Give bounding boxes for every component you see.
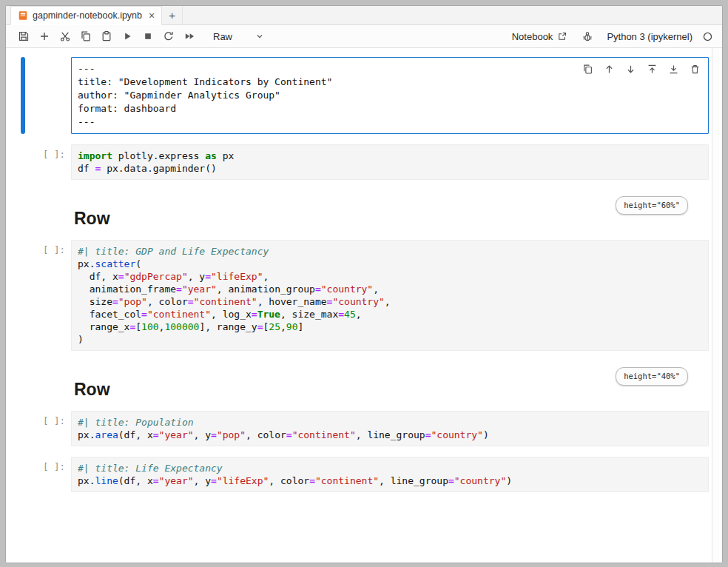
insert-cell-above-button[interactable] <box>646 63 658 75</box>
duplicate-cell-icon <box>582 64 593 75</box>
window-frame: gapminder-notebook.ipynb × + <box>0 0 728 567</box>
paste-cells-button[interactable] <box>96 27 116 45</box>
scrollbar[interactable] <box>712 48 722 563</box>
toolbar-right-group: Notebook Python 3 (ipykernel) <box>512 27 713 45</box>
save-icon <box>18 30 30 42</box>
code-input[interactable]: #| title: Populationpx.area(df, x="year"… <box>78 416 702 441</box>
cell-type-value: Raw <box>213 31 232 42</box>
restart-icon <box>163 30 175 42</box>
kernel-status-icon <box>702 31 713 42</box>
tab-gapminder-notebook[interactable]: gapminder-notebook.ipynb × <box>10 6 162 25</box>
delete-cell-button[interactable] <box>689 63 701 75</box>
code-cell-population: [ ]: #| title: Populationpx.area(df, x="… <box>21 411 709 446</box>
notebook-toolbar: Raw Notebook Python 3 (ipykernel <box>6 25 722 48</box>
move-cell-down-button[interactable] <box>624 63 636 75</box>
play-icon <box>121 30 133 42</box>
interrupt-kernel-button[interactable] <box>138 27 158 45</box>
fast-forward-icon <box>183 30 195 42</box>
arrow-up-icon <box>604 64 615 75</box>
code-cell-editor[interactable]: import plotly.express as pxdf = px.data.… <box>71 144 709 180</box>
bug-icon <box>582 30 593 42</box>
code-input[interactable]: #| title: Life Expectancypx.line(df, x="… <box>78 462 702 487</box>
notebook-file-icon <box>18 10 28 21</box>
height-attribute-badge: height="40%" <box>616 367 688 386</box>
raw-cell-editor[interactable]: ---title: "Development Indicators by Con… <box>71 57 709 134</box>
paste-icon <box>101 30 112 42</box>
debugger-button[interactable] <box>577 27 597 45</box>
height-attribute-badge: height="60%" <box>616 196 688 215</box>
markdown-rendered[interactable]: height="40%" Row <box>71 363 709 396</box>
markdown-cell-row-2: height="40%" Row <box>21 363 709 396</box>
code-cell-life-expectancy: [ ]: #| title: Life Expectancypx.line(df… <box>21 457 709 492</box>
new-tab-button[interactable]: + <box>162 6 183 24</box>
code-cell-editor[interactable]: #| title: Life Expectancypx.line(df, x="… <box>71 457 709 492</box>
insert-below-icon <box>668 64 679 75</box>
row-heading: Row <box>74 212 709 225</box>
run-cell-button[interactable] <box>117 27 137 45</box>
code-cell-editor[interactable]: #| title: Populationpx.area(df, x="year"… <box>71 411 709 446</box>
restart-run-all-button[interactable] <box>179 27 199 45</box>
raw-cell-frontmatter: ---title: "Development Indicators by Con… <box>21 57 709 134</box>
notebook-label: Notebook <box>512 31 553 42</box>
row-heading: Row <box>74 383 709 396</box>
notebook-panel-button[interactable]: Notebook <box>512 31 568 42</box>
notebook-panel: ---title: "Development Indicators by Con… <box>6 48 722 563</box>
insert-above-icon <box>647 64 658 75</box>
insert-cell-button[interactable] <box>34 27 54 45</box>
cell-toolbar <box>582 63 701 75</box>
code-cell-editor[interactable]: #| title: GDP and Life Expectancypx.scat… <box>71 240 709 351</box>
restart-kernel-button[interactable] <box>158 27 178 45</box>
tab-close-icon[interactable]: × <box>149 10 155 21</box>
markdown-rendered[interactable]: height="60%" Row <box>71 192 709 225</box>
cell-prompt: [ ]: <box>25 144 71 180</box>
markdown-cell-row-1: height="60%" Row <box>21 192 709 225</box>
copy-cells-button[interactable] <box>75 27 95 45</box>
move-cell-up-button[interactable] <box>603 63 615 75</box>
chevron-down-icon <box>255 31 265 41</box>
cell-prompt <box>25 363 71 396</box>
code-input[interactable]: import plotly.express as pxdf = px.data.… <box>78 150 702 175</box>
cell-prompt: [ ]: <box>25 411 71 446</box>
code-cell-imports: [ ]: import plotly.express as pxdf = px.… <box>21 144 709 180</box>
scissors-icon <box>59 30 71 42</box>
jupyterlab-window: gapminder-notebook.ipynb × + <box>5 5 723 563</box>
tab-label: gapminder-notebook.ipynb <box>33 10 142 21</box>
kernel-switcher[interactable]: Python 3 (ipykernel) <box>607 31 692 42</box>
external-link-icon <box>557 31 567 41</box>
copy-icon <box>80 30 92 42</box>
arrow-down-icon <box>625 64 636 75</box>
save-button[interactable] <box>13 27 33 45</box>
code-cell-scatter: [ ]: #| title: GDP and Life Expectancypx… <box>21 240 709 351</box>
code-input[interactable]: #| title: GDP and Life Expectancypx.scat… <box>78 245 702 346</box>
insert-cell-below-button[interactable] <box>667 63 679 75</box>
duplicate-cell-button[interactable] <box>582 63 593 75</box>
cell-prompt: [ ]: <box>25 457 71 492</box>
cell-prompt <box>25 57 71 134</box>
tab-bar: gapminder-notebook.ipynb × + <box>6 6 722 25</box>
cell-prompt: [ ]: <box>25 240 71 351</box>
stop-icon <box>142 30 154 42</box>
trash-icon <box>690 64 701 75</box>
cell-prompt <box>25 192 71 225</box>
cut-cells-button[interactable] <box>55 27 75 45</box>
cell-type-dropdown[interactable]: Raw <box>209 30 269 44</box>
plus-icon <box>38 30 50 42</box>
